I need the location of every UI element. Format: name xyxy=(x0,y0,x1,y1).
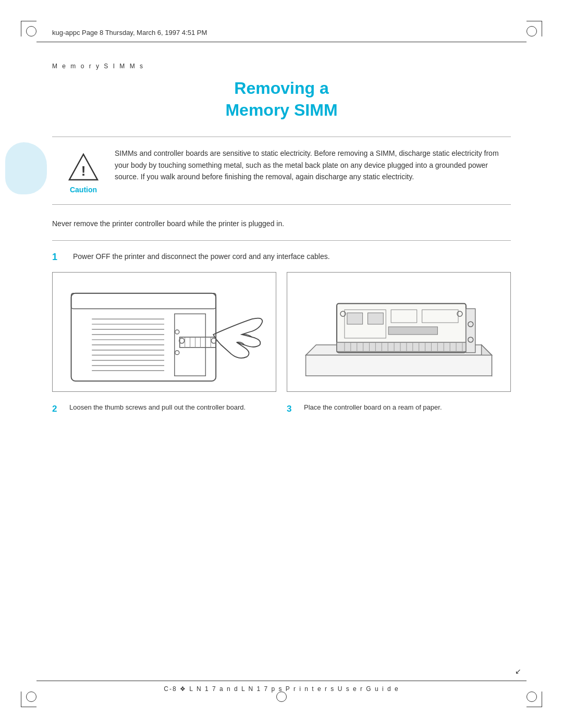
page-title: Removing a Memory SIMM xyxy=(52,78,511,121)
step-1-number: 1 xyxy=(52,250,68,264)
caption-2: 2 Loosen the thumb screws and pull out t… xyxy=(52,402,276,416)
step-1: 1 Power OFF the printer and disconnect t… xyxy=(52,251,511,264)
caution-text: SIMMs and controller boards are sensitiv… xyxy=(115,147,511,194)
images-row xyxy=(52,272,511,392)
title-line2: Memory SIMM xyxy=(225,101,337,119)
svg-point-16 xyxy=(175,330,179,334)
circle-mark-bottom-left xyxy=(26,692,36,702)
section-label: M e m o r y S I M M s xyxy=(52,63,511,70)
svg-rect-56 xyxy=(388,327,437,335)
svg-rect-3 xyxy=(71,293,216,309)
step-3-number: 3 xyxy=(287,402,300,416)
svg-rect-31 xyxy=(347,313,363,324)
blue-blob-decoration xyxy=(5,142,47,194)
circle-mark-bottom-middle xyxy=(276,692,287,702)
circle-mark-bottom-right xyxy=(527,692,537,702)
circle-mark-top-right xyxy=(527,26,537,36)
corner-arrow: ↙ xyxy=(515,667,521,676)
caution-icon-area: ! Caution xyxy=(52,147,115,194)
printer-image xyxy=(52,272,276,392)
footer-rule xyxy=(36,681,527,681)
step-1-text: Power OFF the printer and disconnect the… xyxy=(73,251,330,262)
step-3-text: Place the controller board on a ream of … xyxy=(304,402,442,413)
title-line1: Removing a xyxy=(234,79,328,97)
caption-3: 3 Place the controller board on a ream o… xyxy=(287,402,511,416)
footer-text: C-8 ❖ L N 1 7 a n d L N 1 7 p s P r i n … xyxy=(164,685,399,693)
svg-point-17 xyxy=(175,350,179,354)
circle-mark-top-left xyxy=(26,26,36,36)
caution-section: ! Caution SIMMs and controller boards ar… xyxy=(52,137,511,205)
svg-rect-32 xyxy=(368,313,384,324)
note-text: Never remove the printer controller boar… xyxy=(52,218,511,240)
header-text: kug-appc Page 8 Thursday, March 6, 1997 … xyxy=(52,29,207,36)
captions-row: 2 Loosen the thumb screws and pull out t… xyxy=(52,402,511,416)
step-2-text: Loosen the thumb screws and pull out the… xyxy=(69,402,246,413)
caution-label: Caution xyxy=(70,186,97,194)
board-image xyxy=(287,272,511,392)
svg-rect-33 xyxy=(337,342,466,351)
header-rule xyxy=(36,42,527,42)
svg-text:!: ! xyxy=(81,163,86,179)
svg-rect-57 xyxy=(466,309,475,352)
caution-triangle-icon: ! xyxy=(68,153,99,181)
main-content: M e m o r y S I M M s Removing a Memory … xyxy=(52,52,511,671)
step-2-number: 2 xyxy=(52,402,65,416)
